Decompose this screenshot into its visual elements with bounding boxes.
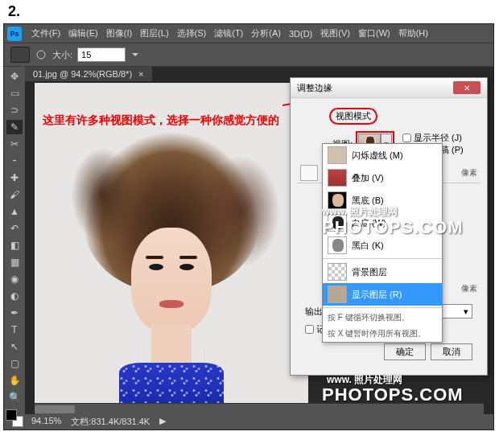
dialog-titlebar[interactable]: 调整边缘 ✕ xyxy=(291,78,487,98)
zoom-tool[interactable]: 🔍 xyxy=(6,389,23,405)
menu-window[interactable]: 窗口(W) xyxy=(355,26,394,41)
view-mode-item-0[interactable]: 闪烁虚线 (M) xyxy=(323,144,442,166)
dropdown-hint-2: 按 X 键暂时停用所有视图。 xyxy=(323,326,442,342)
shape-tool[interactable]: ▢ xyxy=(6,356,23,372)
menu-file[interactable]: 文件(F) xyxy=(28,26,64,41)
menu-layer[interactable]: 图层(L) xyxy=(137,26,171,41)
size-dropdown-icon[interactable] xyxy=(130,50,140,60)
hand-tool[interactable]: ✋ xyxy=(6,372,23,388)
view-mode-item-4[interactable]: 黑白 (K) xyxy=(323,234,442,257)
options-bar: 大小: xyxy=(4,43,493,67)
brush-picker-icon[interactable] xyxy=(35,48,47,61)
quick-select-tool[interactable]: ✎ xyxy=(6,119,23,135)
view-mode-item-label: 叠加 (V) xyxy=(352,172,384,184)
menubar: Ps 文件(F) 编辑(E) 图像(I) 图层(L) 选择(S) 滤镜(T) 分… xyxy=(4,24,493,43)
portrait-image xyxy=(75,131,268,403)
brush-tool[interactable]: 🖌 xyxy=(6,187,23,203)
view-mode-item-label: 黑白 (K) xyxy=(352,240,384,252)
healing-tool[interactable]: ✚ xyxy=(6,170,23,186)
close-tab-icon[interactable]: × xyxy=(138,69,143,79)
dropdown-hint-1: 按 F 键循环切换视图。 xyxy=(323,310,442,326)
pixel-unit: 像素 xyxy=(461,167,480,179)
view-mode-item-label: 背景图层 xyxy=(352,266,387,278)
menu-filter[interactable]: 滤镜(T) xyxy=(211,26,246,41)
menu-edit[interactable]: 编辑(E) xyxy=(65,26,101,41)
view-mode-label: 视图模式 xyxy=(329,108,377,125)
eyedropper-tool[interactable]: ⁃ xyxy=(6,153,23,169)
view-mode-item-3[interactable]: 白底 (W) xyxy=(323,212,442,234)
pen-tool[interactable]: ✒ xyxy=(6,305,23,321)
menu-analysis[interactable]: 分析(A) xyxy=(248,26,284,41)
stamp-tool[interactable]: ▲ xyxy=(6,203,23,220)
svg-point-0 xyxy=(37,51,45,59)
horizontal-scrollbar[interactable] xyxy=(35,403,484,414)
color-swatches[interactable] xyxy=(6,409,23,427)
blur-tool[interactable]: ◉ xyxy=(6,271,23,287)
view-mode-item-5[interactable]: 背景图层 xyxy=(323,261,442,283)
brush-preset-icon[interactable] xyxy=(10,47,30,63)
cancel-button[interactable]: 取消 xyxy=(431,343,472,360)
close-icon[interactable]: ✕ xyxy=(453,81,480,94)
view-mode-item-2[interactable]: 黑底 (B) xyxy=(323,189,442,212)
remember-checkbox[interactable] xyxy=(305,325,314,334)
pixel-unit-2: 像素 xyxy=(461,284,480,293)
menu-help[interactable]: 帮助(H) xyxy=(395,26,431,41)
ok-button[interactable]: 确定 xyxy=(384,343,426,360)
view-mode-item-label: 黑底 (B) xyxy=(352,195,384,207)
gradient-tool[interactable]: ▦ xyxy=(6,254,23,270)
menu-view[interactable]: 视图(V) xyxy=(317,26,353,41)
history-brush-tool[interactable]: ↶ xyxy=(6,220,23,236)
refine-radius-tool-icon[interactable] xyxy=(300,165,318,181)
size-input[interactable] xyxy=(77,47,126,62)
lasso-tool[interactable]: ⊃ xyxy=(6,102,23,118)
view-mode-item-1[interactable]: 叠加 (V) xyxy=(323,166,442,189)
menu-image[interactable]: 图像(I) xyxy=(103,26,135,41)
toolbar: ✥ ▭ ⊃ ✎ ✂ ⁃ ✚ 🖌 ▲ ↶ ◧ ▦ ◉ ◐ ✒ T ↖ ▢ ✋ 🔍 xyxy=(4,67,25,430)
view-mode-item-label: 闪烁虚线 (M) xyxy=(352,150,403,162)
view-mode-item-label: 显示图层 (R) xyxy=(352,289,402,301)
move-tool[interactable]: ✥ xyxy=(6,68,23,84)
path-tool[interactable]: ↖ xyxy=(6,339,23,355)
view-mode-dropdown: 闪烁虚线 (M)叠加 (V)黑底 (B)白底 (W)黑白 (K)背景图层显示图层… xyxy=(322,143,443,343)
annotation-text: 这里有许多种视图模式，选择一种你感觉方便的 xyxy=(43,113,279,128)
canvas[interactable]: 这里有许多种视图模式，选择一种你感觉方便的 xyxy=(35,83,308,403)
menu-3d[interactable]: 3D(D) xyxy=(286,27,315,40)
marquee-tool[interactable]: ▭ xyxy=(6,85,23,101)
crop-tool[interactable]: ✂ xyxy=(6,136,23,152)
view-mode-item-label: 白底 (W) xyxy=(352,217,386,229)
show-radius-label: 显示半径 (J) xyxy=(414,132,462,144)
doc-size: 文档:831.4K/831.4K xyxy=(71,416,150,428)
type-tool[interactable]: T xyxy=(6,322,23,338)
dodge-tool[interactable]: ◐ xyxy=(6,288,23,304)
menu-select[interactable]: 选择(S) xyxy=(174,26,210,41)
document-tab[interactable]: 01.jpg @ 94.2%(RGB/8*) × xyxy=(25,67,152,81)
zoom-level: 94.15% xyxy=(31,416,61,428)
fg-color-swatch[interactable] xyxy=(6,409,17,421)
status-bar: 94.15% 文档:831.4K/831.4K ▶ xyxy=(25,414,493,430)
dialog-title: 调整边缘 xyxy=(297,82,332,94)
show-radius-checkbox[interactable] xyxy=(402,134,411,142)
document-tab-label: 01.jpg @ 94.2%(RGB/8*) xyxy=(33,69,132,79)
size-label: 大小: xyxy=(52,49,72,61)
chevron-down-icon: ▾ xyxy=(464,306,468,317)
view-mode-section: 视图模式 xyxy=(329,108,480,125)
ps-logo-icon: Ps xyxy=(7,27,22,41)
status-arrow-icon[interactable]: ▶ xyxy=(159,416,166,428)
eraser-tool[interactable]: ◧ xyxy=(6,237,23,253)
view-mode-item-6[interactable]: 显示图层 (R) xyxy=(323,283,442,306)
step-number: 2. xyxy=(0,0,499,23)
